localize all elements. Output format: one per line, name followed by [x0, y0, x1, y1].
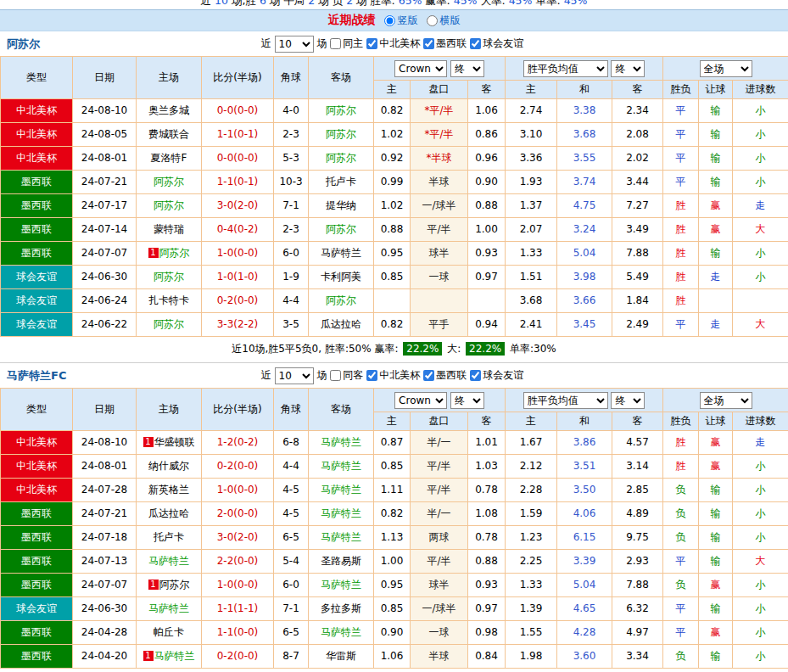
odds-time-select[interactable]: 终	[450, 60, 484, 77]
league-cell: 墨西联	[1, 502, 73, 526]
away-team-name: 马萨特兰	[321, 436, 361, 448]
league-filter-input[interactable]	[366, 370, 377, 381]
result-cell: 平	[663, 147, 699, 171]
goals-cell: 走	[733, 431, 788, 455]
goals-cell: 小	[733, 266, 788, 289]
goals-cell: 大	[733, 313, 788, 337]
avg-away-cell: 3.44	[612, 171, 663, 194]
score-cell: 2-2(0-0)	[202, 550, 274, 574]
scope-select[interactable]: 全场	[700, 392, 752, 409]
home-team-name: 费城联合	[148, 128, 189, 140]
league-filter-input[interactable]	[366, 38, 377, 49]
page-title: 近期战绩	[328, 13, 376, 28]
date-cell: 24-08-10	[73, 99, 137, 123]
corner-cell: 5-3	[274, 147, 309, 171]
away-team-cell: 马萨特兰	[309, 502, 374, 526]
result-cell: 负	[663, 645, 699, 669]
avg-home-cell: 2.12	[506, 455, 557, 479]
away-team-cell: 阿苏尔	[309, 123, 374, 147]
away-odds-cell: 0.97	[468, 266, 506, 289]
column-header: 日期	[73, 57, 137, 99]
stats-segment: 2	[346, 0, 353, 7]
red-card-badge: 1	[143, 437, 154, 447]
result-cell: 平	[663, 313, 699, 337]
goals-cell: 小	[733, 574, 788, 597]
avg-away-cell: 7.88	[612, 574, 663, 597]
stats-segment: 场,胜	[228, 0, 260, 7]
filter-row: 阿苏尔近 10 场 同主中北美杯墨西联球会友谊	[0, 31, 788, 56]
avg-type-select[interactable]: 胜平负均值	[523, 60, 608, 77]
home-team-name: 马萨特兰	[154, 650, 195, 662]
home-team-name: 阿苏尔	[154, 176, 184, 188]
radio-horizontal-layout[interactable]: 横版	[427, 14, 461, 28]
handicap-cell: 半球	[411, 171, 468, 194]
league-filter-checkbox[interactable]: 球会友谊	[470, 363, 523, 388]
score-cell: 0-2(0-0)	[202, 645, 274, 669]
match-count-select[interactable]: 10	[275, 367, 314, 384]
avg-away-cell: 2.34	[612, 99, 663, 123]
league-filter-input[interactable]	[470, 38, 481, 49]
odds-company-select[interactable]: Crown	[394, 60, 447, 77]
stats-segment: 场 胜率:	[353, 0, 399, 7]
home-team-cell: 阿苏尔	[137, 266, 202, 289]
match-row: 墨西联24-07-071阿苏尔1-0(0-0)6-0马萨特兰0.95球半0.93…	[1, 574, 788, 597]
result-cell: 胜	[663, 266, 699, 289]
match-count-select[interactable]: 10	[275, 36, 314, 53]
handicap-result-cell	[699, 289, 733, 313]
scope-select[interactable]: 全场	[700, 60, 752, 77]
handicap-cell: 球半	[411, 574, 468, 597]
odds-group-header: Crown 终	[374, 57, 506, 81]
home-team-name: 夏洛特F	[151, 152, 187, 164]
same-venue-input[interactable]	[330, 38, 341, 49]
avg-time-select[interactable]: 终	[611, 60, 645, 77]
radio-horizontal-input[interactable]	[427, 15, 438, 26]
result-cell: 胜	[663, 455, 699, 479]
column-header: 日期	[73, 389, 137, 431]
goals-cell: 小	[733, 123, 788, 147]
away-odds-cell: 0.93	[468, 574, 506, 597]
league-cell: 球会友谊	[1, 313, 73, 337]
avg-type-select[interactable]: 胜平负均值	[523, 392, 608, 409]
avg-home-cell: 1.59	[506, 502, 557, 526]
league-filter-checkbox[interactable]: 墨西联	[423, 363, 467, 388]
league-filter-input[interactable]	[423, 370, 434, 381]
home-odds-cell: 1.06	[374, 645, 411, 669]
radio-vertical-layout[interactable]: 竖版	[384, 14, 418, 28]
sub-column-header: 客	[468, 81, 506, 99]
score-cell: 1-1(0-1)	[202, 171, 274, 194]
away-odds-cell: 0.78	[468, 479, 506, 502]
avg-time-select[interactable]: 终	[611, 392, 645, 409]
avg-home-cell: 2.25	[506, 550, 557, 574]
radio-vertical-input[interactable]	[384, 15, 395, 26]
home-odds-cell: 1.11	[374, 479, 411, 502]
home-team-name: 阿苏尔	[154, 271, 184, 283]
score-cell: 1-0(1-0)	[202, 266, 274, 289]
score-cell: 3-0(2-0)	[202, 526, 274, 550]
league-filter-checkbox[interactable]: 中北美杯	[366, 31, 420, 56]
handicap-result-cell: 输	[699, 645, 733, 669]
same-venue-checkbox[interactable]: 同客	[330, 363, 363, 388]
league-filter-checkbox[interactable]: 墨西联	[423, 31, 467, 56]
league-filter-input[interactable]	[423, 38, 434, 49]
home-team-cell: 费城联合	[137, 123, 202, 147]
home-team-cell: 奥兰多城	[137, 99, 202, 123]
league-filter-checkbox[interactable]: 球会友谊	[470, 31, 523, 56]
same-venue-checkbox[interactable]: 同主	[330, 31, 363, 56]
league-cell: 球会友谊	[1, 597, 73, 621]
league-filter-checkbox[interactable]: 中北美杯	[366, 363, 420, 388]
sub-column-header: 主	[374, 412, 411, 431]
away-team-cell: 阿苏尔	[309, 289, 374, 313]
goals-cell: 小	[733, 526, 788, 550]
home-team-cell: 瓜达拉哈	[137, 502, 202, 526]
league-cell: 墨西联	[1, 574, 73, 597]
date-cell: 24-07-07	[73, 574, 137, 597]
corner-cell: 7-1	[274, 597, 309, 621]
away-team-name: 提华纳	[326, 199, 356, 211]
avg-away-cell: 2.02	[612, 147, 663, 171]
column-header: 角球	[274, 389, 309, 431]
odds-time-select[interactable]: 终	[450, 392, 484, 409]
same-venue-input[interactable]	[330, 370, 341, 381]
handicap-cell: 半/一	[411, 502, 468, 526]
league-filter-input[interactable]	[470, 370, 481, 381]
odds-company-select[interactable]: Crown	[394, 392, 447, 409]
